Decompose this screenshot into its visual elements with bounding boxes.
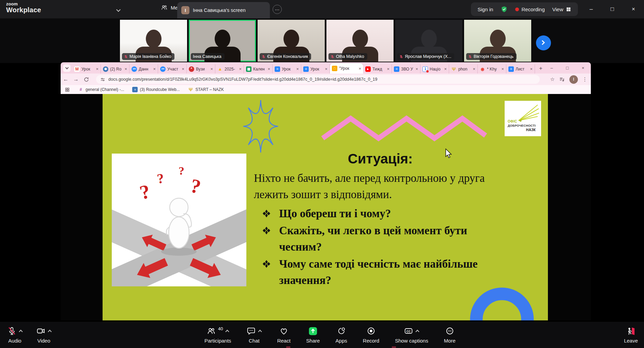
tab-title: Тижд (372, 67, 385, 72)
bookmark-star-icon[interactable]: ☆ (550, 76, 555, 82)
close-button[interactable]: × (623, 6, 644, 13)
toolbar-icon (7, 327, 16, 335)
mic-muted-icon (468, 55, 472, 59)
browser-maximize-button[interactable]: □ (559, 65, 575, 70)
browser-tab[interactable]: * Вузи × (187, 64, 215, 74)
tab-screen-share[interactable]: I Інна Савицька's screen (177, 2, 270, 18)
browser-tab[interactable]: zm Данн × (129, 64, 158, 74)
apps-grid-icon[interactable] (65, 87, 70, 92)
browser-tab[interactable]: Ψ phon × (449, 64, 478, 74)
toolbar-right-icons: ☆ I ⋮ (550, 74, 587, 85)
toolbar-button[interactable]: Share (306, 325, 320, 344)
leave-button[interactable]: Leave (624, 325, 638, 344)
browser-tab[interactable]: 1 Націо × (420, 64, 449, 74)
integrity-office-logo: ОФІС ДОБРОЧЕСНОСТІ НАЗК (505, 101, 541, 136)
browser-close-button[interactable]: × (575, 65, 591, 70)
tab-more-options-button[interactable]: ⋯ (273, 5, 282, 14)
browser-menu-icon[interactable]: ⋮ (582, 76, 587, 82)
minimize-button[interactable]: – (581, 6, 602, 13)
site-info-icon[interactable] (100, 77, 105, 82)
toolbar-icon: CC (404, 327, 413, 335)
tab-favicon: ▶ (365, 66, 371, 72)
browser-tab[interactable]: ≡ Урок × (273, 64, 301, 74)
tab-favicon: ▲ (217, 66, 223, 72)
browser-tab[interactable]: ▦ Кален × (244, 64, 273, 74)
toolbar-button[interactable]: Video (36, 325, 51, 344)
toolbar-button[interactable]: React (277, 325, 290, 344)
next-participants-button[interactable] (536, 35, 551, 50)
chevron-up-icon[interactable] (226, 330, 229, 333)
address-bar[interactable]: docs.google.com/presentation/d/1F0Z8k4Lu… (96, 75, 540, 84)
browser-tab[interactable]: ▶ Тижд × (363, 64, 392, 74)
tab-close-icon[interactable]: × (182, 66, 184, 72)
bookmark-item[interactable]: # general (Channel) -... (78, 87, 124, 92)
browser-tab[interactable]: ▲ 2025- × (215, 64, 244, 74)
tab-close-icon[interactable]: × (530, 66, 533, 72)
tab-search-button[interactable] (63, 64, 71, 72)
slide-bullet-text: Скажіть, чи легко в цей момент бути чесн… (279, 222, 507, 255)
tab-close-icon[interactable]: × (325, 66, 327, 72)
tab-favicon: ◉ (480, 66, 485, 72)
browser-tab[interactable]: ◉ * Khy × (478, 64, 506, 74)
toolbar-button[interactable]: More (444, 325, 456, 344)
tab-favicon: 1 (423, 66, 428, 72)
tab-close-icon[interactable]: × (358, 66, 361, 71)
maximize-button[interactable]: □ (602, 6, 623, 13)
participant-video-tile[interactable]: Інна Савицька (189, 20, 256, 62)
bookmark-item[interactable]: Ψ START – NAZK (188, 87, 224, 92)
participant-video-tile[interactable]: Ярослав Мирончук (Х... (395, 20, 462, 62)
chrome-browser-window: M Урок × ◉ (2) Ro × zm Данн × zm Участ ×… (61, 62, 591, 320)
tab-close-icon[interactable]: × (501, 66, 504, 72)
browser-tab[interactable]: ◉ (2) Ro × (101, 64, 129, 74)
profile-avatar[interactable]: I (569, 75, 578, 84)
browser-tab[interactable]: zm Участ × (158, 64, 187, 74)
participant-video-tile[interactable]: Євгенія Коновальчик (258, 20, 325, 62)
tab-close-icon[interactable]: × (387, 66, 389, 72)
participant-video-tile[interactable]: Вікторія Годованець (464, 20, 531, 62)
bookmark-item[interactable]: ≡ (3) Roundcube Web... (132, 87, 180, 92)
browser-tab[interactable]: □ "Урок × (330, 63, 363, 74)
browser-tab[interactable]: ≡ Лист × (506, 64, 535, 74)
chevron-up-icon[interactable] (258, 330, 262, 333)
browser-tab[interactable]: M Урок × (72, 64, 101, 74)
shield-check-icon[interactable] (501, 6, 508, 13)
toolbar-button[interactable]: Record (363, 325, 379, 344)
taskbar-peek (392, 346, 396, 348)
tab-title: Участ (167, 67, 180, 72)
tab-close-icon[interactable]: × (124, 66, 127, 72)
chevron-up-icon[interactable] (19, 330, 22, 333)
tab-close-icon[interactable]: × (444, 66, 447, 72)
toolbar-button[interactable]: Apps (336, 325, 347, 344)
tab-close-icon[interactable]: × (96, 66, 98, 72)
browser-tab[interactable]: ≡ ЗВО У × (392, 64, 420, 74)
tab-close-icon[interactable]: × (267, 66, 270, 72)
chevron-down-icon (65, 66, 68, 69)
toolbar-button[interactable]: Audio (7, 325, 22, 344)
tab-close-icon[interactable]: × (473, 66, 475, 72)
back-button[interactable]: ← (61, 76, 71, 82)
media-control-icon[interactable] (559, 77, 565, 82)
toolbar-button[interactable]: 40 Participants (204, 325, 231, 344)
forward-button[interactable]: → (71, 76, 81, 82)
chevron-up-icon[interactable] (416, 330, 419, 333)
sign-in-button[interactable]: Sign in (478, 6, 493, 12)
chevron-down-icon[interactable] (116, 7, 121, 12)
chevron-up-icon[interactable] (48, 330, 51, 333)
tab-close-icon[interactable]: × (210, 66, 213, 72)
tab-close-icon[interactable]: × (415, 66, 418, 72)
view-button[interactable]: View (552, 6, 571, 12)
tab-close-icon[interactable]: × (296, 66, 299, 72)
tab-close-icon[interactable]: × (239, 66, 242, 72)
toolbar-label: Participants (204, 338, 231, 344)
toolbar-button[interactable]: CC Show captions (395, 325, 428, 344)
participant-video-tile[interactable]: Марія Іванівна Бойко (120, 20, 187, 62)
toolbar-button[interactable]: Chat (247, 325, 261, 344)
reload-button[interactable] (81, 77, 91, 82)
browser-tab[interactable]: ≡ Урок × (301, 64, 330, 74)
bookmarks-bar: # general (Channel) -... ≡ (3) Roundcube… (61, 85, 591, 94)
bookmark-favicon: # (78, 87, 83, 92)
participant-video-tile[interactable]: Olha Malyshko (326, 20, 394, 62)
browser-minimize-button[interactable]: – (544, 65, 559, 70)
tab-close-icon[interactable]: × (153, 66, 156, 72)
participant-name-pill: Євгенія Коновальчик (260, 53, 311, 60)
